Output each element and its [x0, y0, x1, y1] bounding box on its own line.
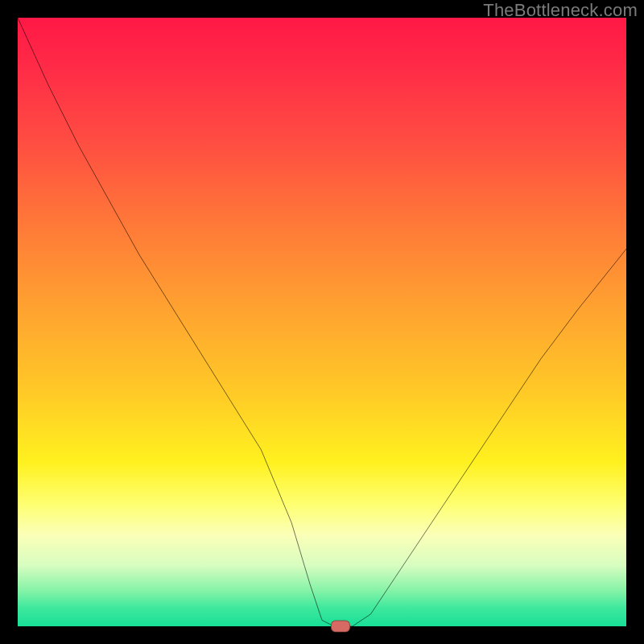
watermark-text: TheBottleneck.com: [483, 0, 638, 21]
chart-frame: TheBottleneck.com: [0, 0, 644, 644]
optimal-marker: [331, 621, 350, 633]
plot-area: [18, 18, 626, 626]
bottleneck-curve: [18, 18, 626, 626]
